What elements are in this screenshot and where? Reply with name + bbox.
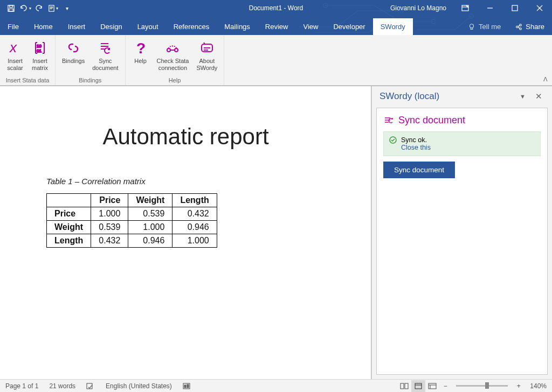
main-area: Automatic report Table 1 – Correlation m… bbox=[0, 86, 552, 379]
tab-design[interactable]: Design bbox=[93, 18, 129, 35]
svg-rect-31 bbox=[415, 383, 422, 389]
table-row: Price1.0000.5390.432 bbox=[47, 207, 217, 221]
tab-insert[interactable]: Insert bbox=[60, 18, 93, 35]
zoom-in-button[interactable]: + bbox=[514, 382, 523, 390]
ribbon-group: xInsert scalar1001Insert matrixInsert St… bbox=[0, 35, 56, 85]
print-layout-button[interactable] bbox=[411, 380, 425, 392]
ribbon-display-options[interactable] bbox=[453, 0, 478, 16]
svg-text:01: 01 bbox=[37, 48, 42, 53]
check-stata-connection-button[interactable]: Check Stata connection bbox=[154, 37, 192, 76]
macro-indicator[interactable] bbox=[177, 383, 196, 389]
zoom-out-button[interactable]: − bbox=[440, 382, 450, 390]
tab-references[interactable]: References bbox=[166, 18, 217, 35]
svg-point-6 bbox=[323, 3, 328, 8]
close-this-link[interactable]: Close this bbox=[401, 144, 431, 151]
task-pane: SWordy (local) ▼ ✕ Sync document Sync ok… bbox=[371, 86, 552, 379]
web-layout-button[interactable] bbox=[425, 380, 439, 392]
svg-rect-2 bbox=[9, 9, 13, 11]
svg-rect-1 bbox=[9, 5, 12, 7]
tab-home[interactable]: Home bbox=[26, 18, 60, 35]
title-bar: ▾ ▾ ▾ Document1 - Word Giovanni Lo Magno bbox=[0, 0, 552, 16]
minimize-button[interactable] bbox=[478, 0, 502, 16]
check-stata-connection-icon bbox=[164, 39, 181, 57]
bulb-icon bbox=[468, 23, 475, 31]
insert-scalar-button[interactable]: xInsert scalar bbox=[3, 37, 27, 76]
sync-document-button[interactable]: Sync document bbox=[89, 37, 121, 76]
window-title: Document1 - Word bbox=[249, 4, 303, 12]
tab-mailings[interactable]: Mailings bbox=[217, 18, 258, 35]
table-corner bbox=[47, 194, 91, 207]
bindings-button[interactable]: Bindings bbox=[59, 37, 88, 76]
help-button[interactable]: ?Help bbox=[129, 37, 153, 76]
quick-print-button[interactable]: ▾ bbox=[46, 2, 59, 15]
svg-rect-10 bbox=[512, 5, 518, 11]
zoom-level[interactable]: 140% bbox=[525, 382, 552, 390]
sync-document-button[interactable]: Sync document bbox=[383, 162, 455, 178]
document-heading: Automatic report bbox=[0, 124, 371, 177]
sync-status-banner: Sync ok. Close this bbox=[383, 131, 541, 156]
col-header: Price bbox=[91, 194, 128, 207]
undo-button[interactable]: ▾ bbox=[18, 2, 31, 15]
correlation-table: PriceWeightLength Price1.0000.5390.432We… bbox=[46, 193, 217, 248]
status-bar: Page 1 of 1 21 words English (United Sta… bbox=[0, 379, 552, 392]
spell-check-icon[interactable] bbox=[81, 382, 100, 390]
tab-view[interactable]: View bbox=[295, 18, 326, 35]
svg-point-21 bbox=[167, 48, 170, 52]
tab-swordy[interactable]: SWordy bbox=[373, 18, 413, 35]
page-indicator[interactable]: Page 1 of 1 bbox=[0, 382, 44, 390]
row-header: Price bbox=[47, 207, 91, 221]
table-cell: 0.539 bbox=[128, 207, 172, 221]
table-cell: 1.000 bbox=[91, 207, 128, 221]
share-button[interactable]: Share bbox=[507, 18, 552, 35]
word-count[interactable]: 21 words bbox=[44, 382, 81, 390]
qat-customize[interactable]: ▾ bbox=[60, 2, 73, 15]
sync-icon bbox=[383, 116, 394, 125]
row-header: Length bbox=[47, 234, 91, 248]
ribbon-group: BindingsSync documentBindings bbox=[56, 35, 126, 85]
ribbon-tabs: File HomeInsertDesignLayoutReferencesMai… bbox=[0, 16, 552, 35]
taskpane-close-button[interactable]: ✕ bbox=[531, 90, 547, 102]
taskpane-menu[interactable]: ▼ bbox=[514, 91, 531, 102]
tab-review[interactable]: Review bbox=[258, 18, 296, 35]
read-mode-button[interactable] bbox=[397, 380, 411, 392]
about-swordy-button[interactable]: About SWordy bbox=[193, 37, 220, 76]
sync-document-icon bbox=[96, 39, 114, 57]
taskpane-heading: Sync document bbox=[383, 115, 541, 126]
taskpane-title: SWordy (local) bbox=[380, 91, 514, 102]
collapse-ribbon[interactable]: ᐱ bbox=[543, 76, 548, 83]
maximize-button[interactable] bbox=[502, 0, 527, 16]
bindings-icon bbox=[65, 39, 82, 57]
table-cell: 0.539 bbox=[91, 221, 128, 234]
save-button[interactable] bbox=[4, 2, 17, 15]
svg-text:10: 10 bbox=[37, 44, 42, 48]
close-window-button[interactable] bbox=[527, 0, 552, 16]
svg-point-13 bbox=[470, 24, 474, 27]
insert-scalar-icon: x bbox=[6, 39, 24, 57]
col-header: Weight bbox=[128, 194, 172, 207]
svg-rect-29 bbox=[401, 383, 404, 389]
group-label: Bindings bbox=[79, 76, 101, 85]
ribbon-group: ?HelpCheck Stata connectionAbout SWordyH… bbox=[126, 35, 225, 85]
table-cell: 0.946 bbox=[172, 221, 217, 234]
tell-me[interactable]: Tell me bbox=[461, 18, 507, 35]
insert-matrix-button[interactable]: 1001Insert matrix bbox=[28, 37, 52, 76]
insert-matrix-icon: 1001 bbox=[31, 39, 49, 57]
svg-text:?: ? bbox=[136, 40, 146, 55]
group-label: Insert Stata data bbox=[6, 76, 50, 85]
col-header: Length bbox=[172, 194, 217, 207]
tab-file[interactable]: File bbox=[0, 18, 26, 35]
language-indicator[interactable]: English (United States) bbox=[100, 382, 177, 390]
redo-button[interactable] bbox=[32, 2, 45, 15]
table-caption: Table 1 – Correlation matrix bbox=[0, 177, 371, 186]
svg-rect-27 bbox=[184, 385, 186, 388]
user-name[interactable]: Giovanni Lo Magno bbox=[384, 4, 453, 12]
svg-text:x: x bbox=[9, 40, 17, 55]
document-area[interactable]: Automatic report Table 1 – Correlation m… bbox=[0, 86, 371, 379]
svg-rect-3 bbox=[49, 5, 54, 11]
tab-developer[interactable]: Developer bbox=[326, 18, 372, 35]
tab-layout[interactable]: Layout bbox=[130, 18, 166, 35]
sync-status-text: Sync ok. bbox=[401, 136, 431, 144]
zoom-slider[interactable] bbox=[456, 385, 508, 387]
svg-rect-30 bbox=[405, 383, 408, 389]
table-row: Length0.4320.9461.000 bbox=[47, 234, 217, 248]
